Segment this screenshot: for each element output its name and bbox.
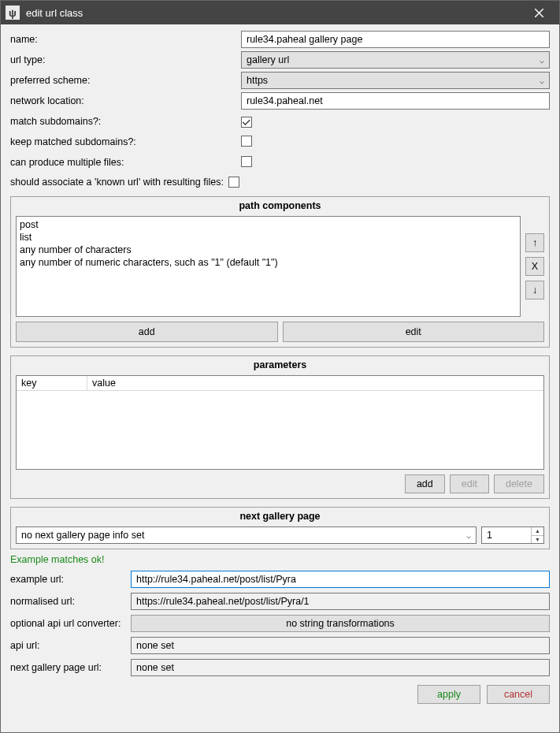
- name-input[interactable]: [241, 31, 550, 48]
- url-type-label: url type:: [10, 54, 235, 65]
- status-text: Example matches ok!: [10, 553, 550, 565]
- close-button[interactable]: [523, 1, 554, 24]
- parameters-table[interactable]: key value: [16, 375, 544, 470]
- list-item[interactable]: any number of characters: [20, 244, 517, 256]
- next-gallery-page-section: next gallery page no next gallery page i…: [10, 507, 550, 549]
- remove-button[interactable]: X: [525, 257, 544, 276]
- move-down-button[interactable]: ↓: [525, 281, 544, 300]
- ngp-select[interactable]: no next gallery page info set ⌵: [16, 526, 477, 544]
- normalised-url-field: https://rule34.paheal.net/post/list/Pyra…: [131, 593, 550, 610]
- match-subdomains-checkbox[interactable]: [241, 117, 252, 128]
- ngp-url-label: next gallery page url:: [10, 662, 124, 673]
- example-url-input[interactable]: [131, 571, 550, 588]
- ngp-select-value: no next gallery page info set: [21, 530, 144, 541]
- titlebar: ψ edit url class: [1, 1, 559, 24]
- keep-subdomains-label: keep matched subdomains?:: [10, 136, 235, 147]
- api-url-label: api url:: [10, 640, 124, 651]
- list-item[interactable]: list: [20, 231, 517, 244]
- multi-files-label: can produce multiple files:: [10, 157, 235, 168]
- url-type-select[interactable]: gallery url ⌵: [241, 51, 550, 69]
- param-add-button[interactable]: add: [405, 474, 445, 493]
- api-converter-button[interactable]: no string transformations: [131, 615, 550, 632]
- normalised-url-label: normalised url:: [10, 596, 124, 607]
- path-edit-button[interactable]: edit: [283, 322, 545, 342]
- list-item[interactable]: post: [20, 218, 517, 231]
- match-subdomains-label: match subdomains?:: [10, 116, 235, 127]
- window-title: edit url class: [26, 7, 523, 19]
- parameters-header: parameters: [11, 356, 549, 375]
- app-icon: ψ: [6, 6, 20, 20]
- edit-url-class-dialog: ψ edit url class name: url type: gallery…: [0, 0, 560, 733]
- param-delete-button[interactable]: delete: [494, 474, 544, 493]
- scheme-value: https: [247, 75, 268, 86]
- netloc-input[interactable]: [241, 92, 550, 110]
- ngp-header: next gallery page: [11, 508, 549, 526]
- spinner-up-icon[interactable]: ▲: [532, 527, 543, 536]
- parameters-section: parameters key value add edit delete: [10, 355, 550, 499]
- name-label: name:: [10, 34, 235, 45]
- api-converter-label: optional api url converter:: [10, 618, 124, 629]
- path-components-header: path components: [11, 197, 549, 216]
- ngp-spinner[interactable]: 1 ▲ ▼: [481, 526, 544, 544]
- path-components-section: path components post list any number of …: [10, 196, 550, 348]
- path-components-list[interactable]: post list any number of characters any n…: [16, 216, 521, 317]
- spinner-down-icon[interactable]: ▼: [532, 536, 543, 544]
- cancel-button[interactable]: cancel: [487, 685, 550, 704]
- close-icon: [535, 9, 543, 17]
- param-col-key: key: [17, 376, 87, 390]
- dialog-body: name: url type: gallery url ⌵ preferred …: [1, 24, 559, 732]
- scheme-select[interactable]: https ⌵: [241, 72, 550, 89]
- example-url-label: example url:: [10, 574, 124, 585]
- associate-known-url-label: should associate a 'known url' with resu…: [10, 177, 224, 188]
- associate-known-url-checkbox[interactable]: [228, 177, 239, 188]
- param-edit-button[interactable]: edit: [450, 474, 489, 493]
- ngp-url-field: none set: [131, 659, 550, 676]
- scheme-label: preferred scheme:: [10, 75, 235, 86]
- ngp-spinner-value: 1: [482, 527, 531, 543]
- apply-button[interactable]: apply: [417, 685, 480, 704]
- chevron-down-icon: ⌵: [466, 531, 471, 540]
- chevron-down-icon: ⌵: [540, 56, 544, 65]
- netloc-label: network location:: [10, 95, 235, 106]
- keep-subdomains-checkbox[interactable]: [241, 136, 252, 147]
- path-add-button[interactable]: add: [16, 322, 278, 342]
- api-url-field: none set: [131, 637, 550, 654]
- move-up-button[interactable]: ↑: [525, 233, 544, 252]
- list-item[interactable]: any number of numeric characters, such a…: [20, 256, 517, 269]
- param-col-value: value: [87, 376, 543, 390]
- chevron-down-icon: ⌵: [540, 76, 544, 85]
- url-type-value: gallery url: [247, 54, 289, 65]
- multi-files-checkbox[interactable]: [241, 156, 252, 167]
